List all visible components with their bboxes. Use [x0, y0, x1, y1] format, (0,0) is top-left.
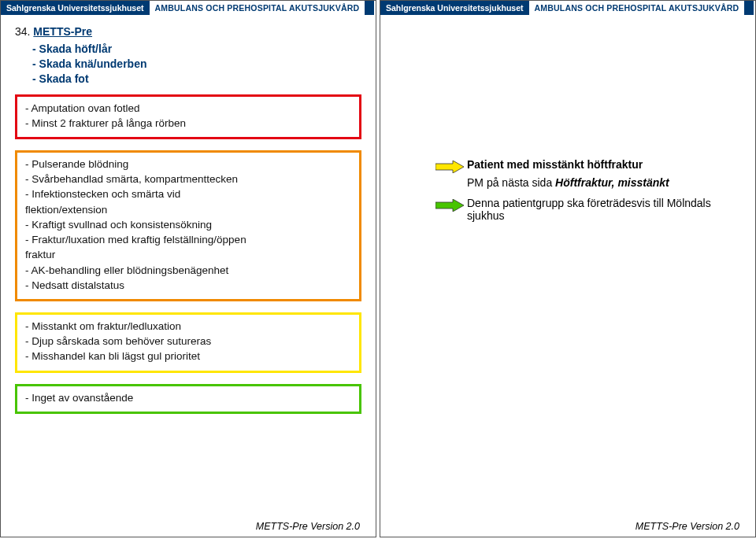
- criterion: - AK-behandling eller blödningsbenägenhe…: [25, 264, 351, 278]
- criterion: - Kraftigt svullnad och konsistensökning: [25, 218, 351, 232]
- green-box: - Inget av ovanstående: [15, 384, 361, 414]
- note-line1: Patient med misstänkt höftfraktur: [467, 158, 643, 171]
- dept-name: AMBULANS OCH PREHOSPITAL AKUTSJUKVÅRD: [529, 1, 745, 15]
- criterion: - Inget av ovanstående: [25, 391, 351, 405]
- header-cap: [365, 1, 374, 15]
- criterion: - Nedsatt distalstatus: [25, 279, 351, 293]
- yellow-box: - Misstankt om fraktur/ledluxation - Dju…: [15, 312, 361, 373]
- arrow-yellow-icon: [435, 161, 467, 173]
- note-line2: PM på nästa sida Höftfraktur, misstänkt: [467, 176, 744, 189]
- sub-items: - Skada höft/lår - Skada knä/underben - …: [32, 42, 361, 87]
- header-bar: Sahlgrenska Universitetssjukhuset AMBULA…: [380, 1, 755, 15]
- sub-item: - Skada fot: [32, 72, 361, 87]
- header-bar: Sahlgrenska Universitetssjukhuset AMBULA…: [1, 1, 376, 15]
- criterion: - Amputation ovan fotled: [25, 102, 351, 116]
- org-name: Sahlgrenska Universitetssjukhuset: [1, 1, 150, 15]
- note-line3: Denna patientgrupp ska företrädesvis til…: [467, 197, 744, 222]
- arrow-green-icon: [435, 199, 467, 212]
- red-box: - Amputation ovan fotled - Minst 2 frakt…: [15, 94, 361, 139]
- section-title: METTS-Pre: [33, 25, 92, 38]
- criterion: fraktur: [25, 248, 351, 262]
- org-name: Sahlgrenska Universitetssjukhuset: [380, 1, 529, 15]
- header-cap: [744, 1, 754, 15]
- left-content: 34. METTS-Pre - Skada höft/lår - Skada k…: [1, 15, 376, 414]
- criterion: - Misshandel kan bli lägst gul prioritet: [25, 349, 351, 364]
- note-text-emph: Höftfraktur, misstänkt: [555, 176, 669, 189]
- page-right: Sahlgrenska Universitetssjukhuset AMBULA…: [380, 0, 756, 537]
- sub-item: - Skada knä/underben: [32, 57, 361, 72]
- criterion: - Svårbehandlad smärta, kompartmenttecke…: [25, 172, 351, 186]
- criterion: - Fraktur/luxation med kraftig felställn…: [25, 233, 351, 247]
- dept-name: AMBULANS OCH PREHOSPITAL AKUTSJUKVÅRD: [150, 1, 365, 15]
- criterion: - Pulserande blödning: [25, 157, 351, 172]
- footer-version: METTS-Pre Version 2.0: [636, 521, 739, 532]
- section-title-row: 34. METTS-Pre: [15, 24, 361, 39]
- criterion: - Misstankt om fraktur/ledluxation: [25, 319, 351, 334]
- page-left: Sahlgrenska Universitetssjukhuset AMBULA…: [0, 0, 376, 537]
- criterion: - Minst 2 frakturer på långa rörben: [25, 116, 351, 131]
- criterion: - Djup sårskada som behöver sutureras: [25, 334, 351, 349]
- note-text-prefix: PM på nästa sida: [467, 176, 555, 189]
- section-number: 34.: [15, 25, 30, 38]
- criterion: - Infektionstecken och smärta vid: [25, 187, 351, 201]
- orange-box: - Pulserande blödning - Svårbehandlad sm…: [15, 150, 361, 301]
- footer-version: METTS-Pre Version 2.0: [256, 521, 360, 532]
- right-content: Patient med misstänkt höftfraktur PM på …: [435, 158, 744, 225]
- criterion: flektion/extension: [25, 203, 351, 217]
- sub-item: - Skada höft/lår: [32, 42, 361, 57]
